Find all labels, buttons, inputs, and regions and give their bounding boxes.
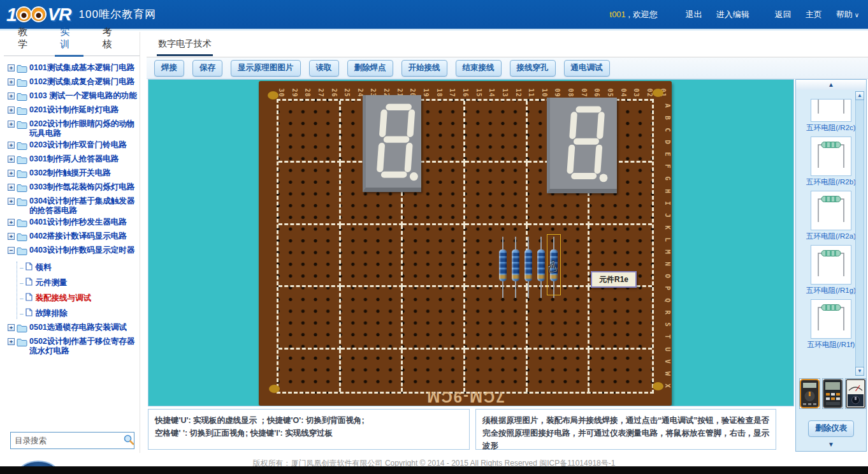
row-letter: W (663, 371, 672, 376)
resistor-component-2[interactable] (511, 237, 520, 298)
component-card[interactable] (811, 245, 851, 285)
tree-item-4[interactable]: +0202设计制作眼睛闪烁的动物玩具电路 (8, 119, 138, 138)
expand-icon[interactable]: + (8, 233, 15, 240)
board-corner-hole (268, 91, 278, 100)
tree-item-label: 0401设计制作秒发生器电路 (29, 218, 138, 227)
resistor-component-4[interactable] (537, 237, 546, 298)
tree-subitem-2[interactable]: –装配接线与调试 (20, 292, 138, 304)
resistor-lead (515, 281, 516, 298)
tree-item-5[interactable]: +0203设计制作双音门铃电路 (8, 140, 138, 152)
panel-scroll-down-icon[interactable]: ▼ (796, 440, 866, 450)
search-input[interactable] (11, 433, 121, 448)
expand-icon[interactable]: + (8, 324, 15, 331)
expand-icon[interactable]: + (8, 338, 15, 345)
panel-scroll-up-icon[interactable]: ▲ (796, 80, 866, 90)
grid-cell (278, 101, 341, 163)
tree-item-3[interactable]: +0201设计制作延时灯电路 (8, 105, 138, 117)
help-menu[interactable]: 帮助∨ (836, 9, 859, 20)
tree-item-2[interactable]: +0103 测试一个逻辑电路的功能 (8, 91, 138, 103)
search-icon[interactable] (121, 433, 136, 448)
tree-item-8[interactable]: +0303制作氙花装饰闪烁灯电路 (8, 182, 138, 195)
scrollbar-up-button[interactable]: ▲ (855, 91, 864, 100)
collapse-icon[interactable]: − (8, 247, 15, 254)
site-title: 100唯尔教育网 (79, 7, 156, 22)
delete-instrument-button[interactable]: 删除仪表 (808, 420, 854, 437)
sidebar-tab-1[interactable]: 实训 (55, 26, 83, 56)
digital-multimeter-icon[interactable] (799, 378, 820, 409)
expand-icon[interactable]: + (8, 156, 15, 163)
site-logo[interactable]: 1 VR (6, 4, 71, 26)
tree-item-9[interactable]: +0304设计制作基于集成触发器的抢答器电路 (8, 196, 138, 216)
tree-item-7[interactable]: +0302制作触摸开关电路 (8, 168, 138, 181)
tree-subitem-3[interactable]: –故障排除 (20, 307, 138, 319)
expand-icon[interactable]: + (8, 219, 15, 226)
column-number: 16 (453, 89, 468, 97)
expand-icon[interactable]: + (8, 142, 15, 149)
save-button[interactable]: 保存 (192, 60, 222, 77)
seven-segment-display-1[interactable] (363, 95, 421, 192)
wire-through-hole-button[interactable]: 接线穿孔 (510, 60, 556, 77)
weld-button[interactable]: 焊接 (154, 60, 184, 77)
show-schematic-button[interactable]: 显示原理图图片 (231, 60, 301, 77)
expand-icon[interactable]: + (8, 170, 15, 177)
home-link[interactable]: 主页 (806, 9, 822, 20)
tree-item-11[interactable]: +0402搭接计数译码显示电路 (8, 232, 138, 244)
component-card[interactable] (811, 137, 851, 176)
column-number: 29 (282, 89, 298, 97)
column-number: 15 (467, 89, 482, 97)
grid-cell (341, 350, 403, 392)
simulation-viewport[interactable]: 0102030405060708091011121314151617181920… (148, 79, 794, 406)
signal-meter-icon[interactable] (822, 378, 843, 409)
scrollbar-down-button[interactable]: ▼ (855, 367, 864, 376)
row-letter: G (663, 177, 672, 181)
tree-item-12[interactable]: −0403设计制作数码显示定时器 (8, 246, 138, 258)
document-icon (25, 307, 33, 319)
component-card[interactable] (811, 299, 851, 339)
tree-subitem-1[interactable]: –元件测量 (20, 277, 138, 288)
task-instructions: 须根据原理图片，装配布局并接线焊接，通过点击“通电调试”按钮，验证检查是否完全按… (475, 409, 776, 450)
resistor-component-1[interactable] (498, 237, 507, 298)
tree-item-6[interactable]: +0301制作两人抢答器电路 (8, 154, 138, 167)
load-button[interactable]: 读取 (309, 60, 339, 77)
delete-solder-button[interactable]: 删除焊点 (347, 60, 393, 77)
logout-link[interactable]: 退出 (686, 9, 702, 20)
expand-icon[interactable]: + (8, 198, 15, 205)
panel-scrollbar[interactable] (855, 91, 864, 376)
tree-item-0[interactable]: +0101测试集成基本逻辑门电路 (8, 63, 138, 75)
expand-icon[interactable]: + (8, 107, 15, 114)
column-number: 24 (348, 89, 363, 97)
grid-cell (278, 225, 341, 287)
component-card[interactable] (811, 191, 851, 230)
analog-multimeter-icon[interactable] (845, 378, 866, 409)
expand-icon[interactable]: + (8, 64, 15, 71)
tree-subitem-0[interactable]: –领料 (20, 262, 138, 273)
expand-icon[interactable]: + (8, 93, 15, 100)
grid-cell (403, 350, 465, 392)
start-wiring-button[interactable]: 开始接线 (401, 60, 447, 77)
expand-icon[interactable]: + (8, 184, 15, 191)
seven-segment-display-2[interactable] (547, 98, 617, 193)
back-link[interactable]: 返回 (775, 9, 792, 20)
component-card-partial[interactable] (811, 99, 851, 122)
row-letter: K (663, 225, 672, 230)
tree-item-label: 0103 测试一个逻辑电路的功能 (29, 91, 138, 101)
grid-cell (465, 350, 528, 392)
column-number: 04 (611, 89, 626, 97)
expand-icon[interactable]: + (8, 121, 15, 128)
resistor-component-3[interactable] (524, 237, 533, 298)
enter-edit-link[interactable]: 进入编辑 (716, 9, 749, 20)
row-letter: H (663, 189, 672, 193)
tree-item-1[interactable]: +0102测试集成复合逻辑门电路 (8, 77, 138, 89)
column-number: 12 (506, 89, 521, 97)
tab-digital-electronics[interactable]: 数字电子技术 (158, 38, 212, 56)
column-number: 27 (308, 89, 324, 97)
sidebar-tab-2[interactable]: 考核 (98, 26, 126, 56)
end-wiring-button[interactable]: 结束接线 (456, 60, 502, 77)
tree-item-14[interactable]: +0502设计制作基于移位寄存器流水灯电路 (8, 337, 138, 356)
expand-icon[interactable]: + (8, 78, 15, 85)
column-number: 18 (427, 89, 442, 97)
tree-item-10[interactable]: +0401设计制作秒发生器电路 (8, 218, 138, 230)
power-debug-button[interactable]: 通电调试 (564, 60, 610, 77)
sidebar-tab-0[interactable]: 教学 (13, 26, 41, 56)
tree-item-13[interactable]: +0501选通锁存电路安装调试 (8, 323, 138, 335)
